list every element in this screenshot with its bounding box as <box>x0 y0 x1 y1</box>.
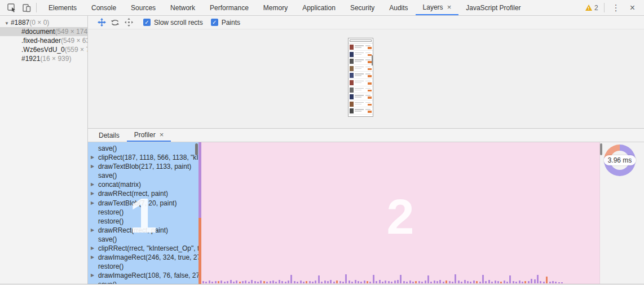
paint-time-bar[interactable] <box>364 281 365 283</box>
paint-time-bar[interactable] <box>495 281 496 283</box>
paint-time-bar[interactable] <box>297 282 298 283</box>
paint-command-row[interactable]: ▶drawImageRect(108, 76, false, 276 <box>88 271 199 280</box>
paint-time-bar[interactable] <box>479 282 481 283</box>
paint-time-bar[interactable] <box>461 282 462 283</box>
paints-checkbox[interactable]: ✓ Paints <box>211 19 240 27</box>
console-warnings-badge[interactable]: 2 <box>582 4 602 12</box>
layer-tree-item[interactable]: #document(549 × 174 <box>0 27 87 36</box>
paint-time-bar[interactable] <box>358 281 359 283</box>
paint-time-bar[interactable] <box>285 282 286 283</box>
tab-javascript-profiler[interactable]: JavaScript Profiler <box>458 0 528 15</box>
paint-command-row[interactable]: ▶clipRect(187, 1118, 566, 1138, "kInters… <box>88 153 199 162</box>
paint-time-bar[interactable] <box>500 282 502 283</box>
paint-time-bar[interactable] <box>464 280 466 283</box>
paint-time-bar[interactable] <box>236 281 237 283</box>
paint-time-bar[interactable] <box>279 280 280 283</box>
paint-time-bar[interactable] <box>360 282 362 283</box>
paint-time-bar[interactable] <box>272 281 274 283</box>
paint-time-bar[interactable] <box>504 281 505 283</box>
paint-time-bar[interactable] <box>339 281 341 283</box>
paint-time-bar[interactable] <box>266 282 268 283</box>
expander-arrow-icon[interactable]: ▶ <box>91 162 94 171</box>
paint-time-bar[interactable] <box>436 281 438 283</box>
paint-time-bar[interactable] <box>254 281 256 283</box>
paint-time-bar[interactable] <box>409 281 411 283</box>
paint-time-bar[interactable] <box>211 282 213 283</box>
tab-console[interactable]: Console <box>84 0 123 15</box>
paint-time-bar[interactable] <box>373 275 374 283</box>
paint-time-bar[interactable] <box>209 281 210 283</box>
paint-command-row[interactable]: ▶drawRRect(rrect, paint) <box>88 189 199 198</box>
paint-time-bar[interactable] <box>425 281 426 283</box>
paint-time-bar[interactable] <box>537 275 539 283</box>
paint-time-bar[interactable] <box>418 281 420 283</box>
paint-time-bar[interactable] <box>406 282 408 283</box>
paint-time-bar[interactable] <box>467 281 469 283</box>
paint-time-bar[interactable] <box>558 282 560 283</box>
layers-canvas[interactable] <box>88 29 644 128</box>
paint-time-bar[interactable] <box>290 275 292 283</box>
paint-time-bar[interactable] <box>427 275 429 283</box>
expander-arrow-icon[interactable]: ▼ <box>5 21 9 26</box>
paint-time-bar[interactable] <box>470 282 471 283</box>
paint-time-bar[interactable] <box>257 282 259 283</box>
paint-time-bar[interactable] <box>443 282 444 283</box>
paint-command-row[interactable]: restore() <box>88 262 199 271</box>
paint-time-bar[interactable] <box>561 282 563 283</box>
page-layer-thumbnail[interactable] <box>348 38 373 117</box>
paint-time-bar[interactable] <box>275 282 277 283</box>
paint-time-bar[interactable] <box>555 282 557 283</box>
paint-time-bar[interactable] <box>369 282 371 283</box>
paint-time-bar[interactable] <box>458 281 460 283</box>
tab-application[interactable]: Application <box>295 0 343 15</box>
paint-time-bar[interactable] <box>391 282 392 283</box>
devtools-menu-button[interactable]: ⋮ <box>607 3 625 13</box>
paint-time-bar[interactable] <box>330 280 332 283</box>
paint-time-bar[interactable] <box>218 281 219 283</box>
paint-time-bar[interactable] <box>220 281 222 283</box>
paint-time-bar[interactable] <box>324 281 326 283</box>
paint-time-bar[interactable] <box>224 282 226 283</box>
paint-command-row[interactable]: restore() <box>88 217 199 226</box>
paint-time-bar[interactable] <box>342 282 344 283</box>
paint-time-bar[interactable] <box>303 282 305 283</box>
paint-time-bar[interactable] <box>452 282 453 283</box>
paint-time-bar[interactable] <box>333 282 335 283</box>
paint-time-bar[interactable] <box>260 281 262 283</box>
paint-time-bar[interactable] <box>215 281 217 283</box>
paint-time-bar[interactable] <box>300 281 302 283</box>
paint-time-bar[interactable] <box>485 281 487 283</box>
tab-profiler[interactable]: Profiler × <box>127 129 171 142</box>
paint-time-bar[interactable] <box>385 281 386 283</box>
command-log-scrollbar[interactable] <box>195 143 198 155</box>
expander-arrow-icon[interactable]: ▶ <box>91 180 94 189</box>
paint-time-bar[interactable] <box>345 274 347 283</box>
paint-time-bar[interactable] <box>294 281 295 283</box>
paint-time-bar[interactable] <box>376 281 377 283</box>
paint-time-bar[interactable] <box>306 281 307 283</box>
paint-time-bar[interactable] <box>227 281 228 283</box>
paint-time-bar[interactable] <box>327 281 329 283</box>
paint-time-bar[interactable] <box>534 279 536 283</box>
paint-command-row[interactable]: ▶drawTextBlob(7, 20, paint) <box>88 199 199 208</box>
paint-command-log[interactable]: save()▶clipRect(187, 1118, 566, 1138, "k… <box>88 142 199 284</box>
tab-elements[interactable]: Elements <box>41 0 84 15</box>
paint-time-bar[interactable] <box>248 282 250 283</box>
paint-time-bar[interactable] <box>355 280 356 283</box>
timeline-scrollbar[interactable] <box>600 143 602 155</box>
devtools-close-button[interactable]: × <box>625 3 639 13</box>
paint-time-bar[interactable] <box>549 282 551 283</box>
paint-command-row[interactable]: save() <box>88 280 199 284</box>
paint-command-row[interactable]: ▶drawTextBlob(217, 1133, paint) <box>88 162 199 171</box>
paint-command-row[interactable]: save() <box>88 235 199 244</box>
paint-time-bar[interactable] <box>522 282 523 283</box>
paint-time-bar[interactable] <box>400 275 402 283</box>
paint-command-row[interactable]: save() <box>88 171 199 180</box>
paint-time-bar[interactable] <box>233 282 235 283</box>
tab-performance[interactable]: Performance <box>202 0 256 15</box>
paint-time-bar[interactable] <box>321 282 323 283</box>
tab-close-icon[interactable]: × <box>160 131 164 138</box>
paint-time-bar[interactable] <box>351 282 353 283</box>
paint-time-bar[interactable] <box>476 281 478 283</box>
paint-time-bar[interactable] <box>540 281 541 283</box>
